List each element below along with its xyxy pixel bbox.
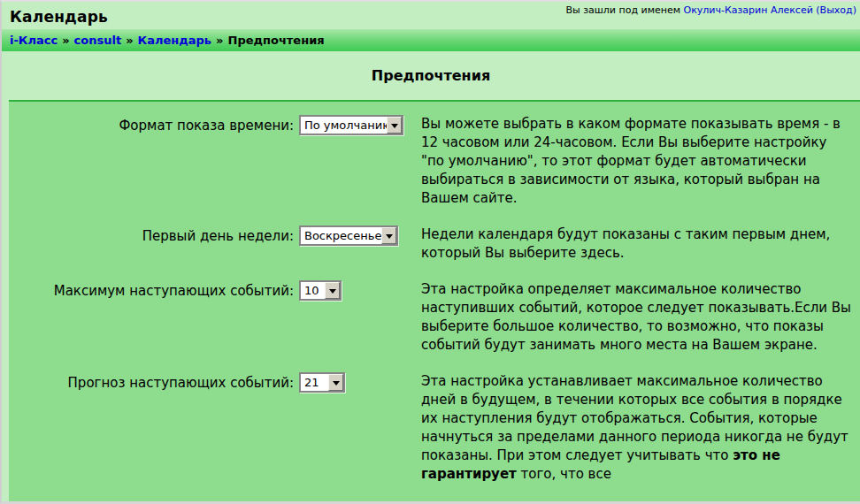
events-lookahead-select[interactable]: 21 [299, 372, 345, 393]
heading-section: Предпочтения [2, 51, 860, 100]
breadcrumb-current: Предпочтения [228, 34, 325, 47]
user-profile-link[interactable]: Окулич-Казарин Алексей [683, 4, 812, 16]
dropdown-arrow-button[interactable] [381, 227, 396, 244]
first-weekday-select[interactable]: Воскресенье [299, 225, 398, 246]
breadcrumb-link-home[interactable]: i-Класс [10, 34, 58, 47]
max-upcoming-events-label: Максимум наступающих событий: [9, 280, 294, 301]
dropdown-arrow-button[interactable] [387, 117, 402, 134]
events-lookahead-select-value: 21 [301, 374, 328, 391]
time-format-help: Вы можете выбрать в каком формате показы… [421, 115, 851, 208]
breadcrumb: i-Класс » consult » Календарь » Предпочт… [2, 29, 860, 51]
breadcrumb-link-course[interactable]: consult [74, 34, 122, 47]
pref-row-events-lookahead: Прогноз наступающих событий: 21 Эта наст… [9, 372, 860, 484]
breadcrumb-link-calendar[interactable]: Календарь [138, 34, 212, 47]
max-upcoming-events-help: Эта настройка определяет максимальное ко… [421, 280, 851, 355]
logout-link[interactable]: (Выход) [816, 4, 856, 16]
events-lookahead-help-text: Эта настройка устанавливает максимальное… [421, 373, 848, 463]
preferences-table: Формат показа времени: По умолчанию Вы м… [9, 100, 860, 501]
page-header: Календарь Вы зашли под именем Окулич-Каз… [2, 2, 860, 29]
first-weekday-label: Первый день недели: [9, 225, 294, 246]
max-upcoming-events-select-value: 10 [301, 282, 325, 299]
section-heading: Предпочтения [372, 67, 490, 84]
time-format-select[interactable]: По умолчанию [299, 115, 403, 135]
breadcrumb-separator: » [62, 34, 69, 47]
chevron-down-icon [386, 234, 393, 239]
pref-row-max-upcoming-events: Максимум наступающих событий: 10 Эта нас… [9, 280, 860, 355]
chevron-down-icon [391, 124, 398, 128]
browser-page: Календарь Вы зашли под именем Окулич-Каз… [0, 0, 860, 504]
login-prefix: Вы зашли под именем [565, 4, 680, 16]
time-format-select-value: По умолчанию [301, 117, 387, 134]
breadcrumb-separator: » [216, 34, 223, 47]
pref-row-first-weekday: Первый день недели: Воскресенье Недели к… [9, 225, 860, 263]
dropdown-arrow-button[interactable] [328, 374, 343, 391]
chevron-down-icon [333, 381, 340, 386]
events-lookahead-label: Прогноз наступающих событий: [9, 372, 294, 393]
first-weekday-help: Недели календаря будут показаны с таким … [421, 225, 851, 263]
pref-row-time-format: Формат показа времени: По умолчанию Вы м… [9, 115, 860, 208]
login-info: Вы зашли под именем Окулич-Казарин Алекс… [565, 4, 856, 16]
time-format-label: Формат показа времени: [9, 115, 294, 135]
dropdown-arrow-button[interactable] [325, 282, 340, 299]
events-lookahead-help-tail: того, что все [517, 466, 611, 482]
first-weekday-select-value: Воскресенье [301, 227, 381, 244]
max-upcoming-events-select[interactable]: 10 [299, 280, 342, 301]
chevron-down-icon [329, 289, 336, 294]
events-lookahead-help: Эта настройка устанавливает максимальное… [421, 372, 851, 484]
breadcrumb-separator: » [126, 34, 133, 47]
